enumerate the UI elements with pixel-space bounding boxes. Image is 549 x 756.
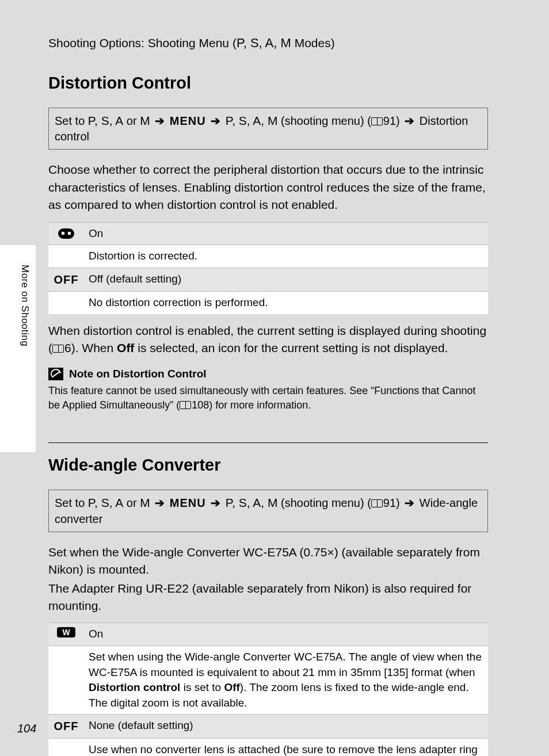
- option-desc: Use when no converter lens is attached (…: [84, 738, 488, 756]
- section-title-distortion: Distortion Control: [48, 74, 549, 93]
- side-tab-label: More on Shooting: [19, 265, 30, 346]
- nav-text: or: [123, 497, 140, 509]
- note-title: Note on Distortion Control: [69, 368, 207, 380]
- arrow-icon: ➔: [405, 114, 414, 127]
- nav-text: Set to: [55, 497, 88, 509]
- nav-modes: P, S, A: [88, 496, 124, 509]
- table-row: OFF None (default setting): [48, 715, 488, 739]
- options-table-wideangle: W On Set when using the Wide-angle Conve…: [48, 623, 488, 756]
- menu-label: MENU: [170, 497, 206, 509]
- arrow-icon: ➔: [155, 114, 165, 127]
- book-icon: [371, 117, 383, 125]
- page-ref: 91): [383, 114, 403, 127]
- chapter-suffix: Modes): [291, 36, 335, 49]
- book-icon: [52, 345, 64, 353]
- text-run: Set when using the Wide-angle Converter …: [89, 651, 482, 678]
- manual-page: More on Shooting Shooting Options: Shoot…: [0, 0, 549, 756]
- section-divider: [48, 442, 488, 443]
- arrow-icon: ➔: [405, 497, 414, 509]
- chapter-modes: P, S, A, M: [237, 36, 291, 50]
- after-text-distortion: When distortion control is enabled, the …: [48, 322, 488, 357]
- option-label: Off (default setting): [84, 268, 488, 292]
- option-desc: Set when using the Wide-angle Converter …: [84, 646, 488, 714]
- page-content: Shooting Options: Shooting Menu (P, S, A…: [48, 36, 549, 756]
- nav-text: (shooting menu) (: [278, 497, 371, 509]
- chapter-header: Shooting Options: Shooting Menu (P, S, A…: [48, 36, 549, 51]
- bold-off: Off: [224, 681, 239, 693]
- page-ref: 108) for more information.: [192, 399, 311, 411]
- nav-text: or: [123, 114, 140, 127]
- intro-text-wideangle-2: The Adapter Ring UR-E22 (available separ…: [48, 580, 488, 615]
- nav-modes: P, S, A, M: [226, 114, 278, 127]
- option-desc: Distortion is corrected.: [84, 245, 488, 268]
- table-row: Set when using the Wide-angle Converter …: [48, 646, 488, 714]
- book-icon: [180, 401, 191, 409]
- note-text: This feature cannot be used simultaneous…: [48, 384, 488, 413]
- nav-modes: P, S, A, M: [226, 496, 278, 509]
- table-row: On: [48, 222, 488, 245]
- table-row: OFF Off (default setting): [48, 268, 488, 292]
- text-run: is set to: [180, 681, 224, 693]
- arrow-icon: ➔: [155, 497, 165, 509]
- option-label: None (default setting): [84, 715, 488, 739]
- section-title-wideangle: Wide-angle Converter: [48, 456, 549, 475]
- nav-mode-m: M: [140, 114, 150, 127]
- table-row: Distortion is corrected.: [48, 245, 488, 268]
- table-row: No distortion correction is performed.: [48, 292, 488, 314]
- note-icon: [48, 368, 63, 380]
- nav-text: Set to: [55, 114, 88, 127]
- intro-text-wideangle-1: Set when the Wide-angle Converter WC-E75…: [48, 544, 488, 579]
- distortion-on-icon: [58, 228, 74, 239]
- table-row: Use when no converter lens is attached (…: [48, 738, 488, 756]
- bold-term: Distortion control: [89, 681, 180, 693]
- table-row: W On: [48, 623, 488, 646]
- menu-label: MENU: [170, 114, 206, 127]
- nav-text: (shooting menu) (: [278, 114, 371, 127]
- option-label: On: [84, 222, 488, 245]
- nav-modes: P, S, A: [88, 114, 124, 127]
- page-ref: 6). When: [64, 341, 117, 354]
- arrow-icon: ➔: [211, 114, 220, 127]
- arrow-icon: ➔: [211, 497, 220, 509]
- nav-path-distortion: Set to P, S, A or M ➔ MENU ➔ P, S, A, M …: [48, 108, 488, 150]
- nav-mode-m: M: [140, 496, 150, 509]
- intro-text-distortion: Choose whether to correct the peripheral…: [48, 161, 488, 213]
- options-table-distortion: On Distortion is corrected. OFF Off (def…: [48, 222, 488, 314]
- off-icon: OFF: [54, 720, 79, 732]
- bold-off: Off: [117, 341, 134, 354]
- page-number: 104: [17, 722, 36, 735]
- off-icon: OFF: [54, 273, 79, 286]
- option-label: On: [84, 623, 488, 646]
- nav-path-wideangle: Set to P, S, A or M ➔ MENU ➔ P, S, A, M …: [48, 490, 488, 532]
- book-icon: [371, 499, 383, 507]
- page-ref: 91): [383, 497, 403, 509]
- chapter-prefix: Shooting Options: Shooting Menu (: [48, 36, 237, 49]
- note-block-distortion: Note on Distortion Control This feature …: [48, 368, 488, 413]
- wide-converter-icon: W: [57, 627, 75, 637]
- svg-text:W: W: [62, 628, 70, 637]
- option-desc: No distortion correction is performed.: [84, 292, 488, 314]
- text-run: is selected, an icon for the current set…: [134, 341, 448, 354]
